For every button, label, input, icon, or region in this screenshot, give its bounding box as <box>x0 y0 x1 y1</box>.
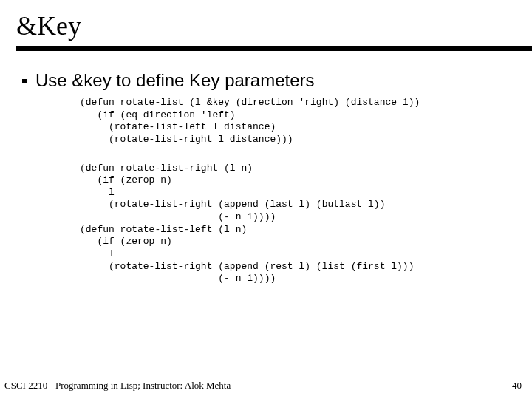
bullet-icon <box>22 79 27 83</box>
slide-number: 40 <box>512 380 522 392</box>
bullet-row: Use &key to define Key parameters <box>22 70 532 91</box>
title-underline <box>16 46 532 50</box>
title-area: &Key <box>0 0 532 50</box>
code-block-2: (defun rotate-list-right (l n) (if (zero… <box>22 157 532 285</box>
slide: &Key Use &key to define Key parameters (… <box>0 0 532 399</box>
footer-course: CSCI 2210 - Programming in Lisp; Instruc… <box>4 380 231 392</box>
code-block-1: (defun rotate-list (l &key (direction 'r… <box>22 91 532 146</box>
bullet-text: Use &key to define Key parameters <box>35 70 315 91</box>
slide-body: Use &key to define Key parameters (defun… <box>0 50 532 285</box>
slide-title: &Key <box>16 10 532 41</box>
footer: CSCI 2210 - Programming in Lisp; Instruc… <box>0 380 532 392</box>
spacer <box>22 146 532 157</box>
